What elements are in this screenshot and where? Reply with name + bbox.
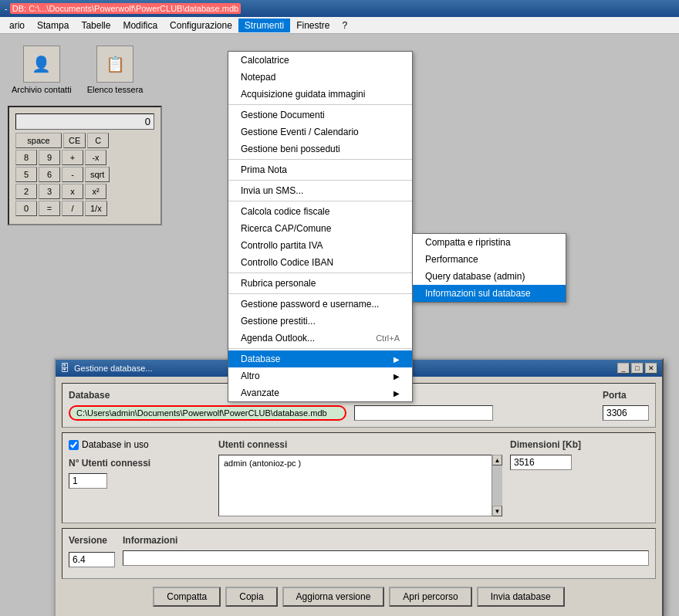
calc-btn-9[interactable]: 9 (39, 150, 60, 165)
sep-3 (228, 180, 412, 181)
versione-col: Versione (69, 535, 115, 567)
menu-item-stampa[interactable]: Stampa (31, 19, 75, 32)
dimensioni-input[interactable] (510, 455, 572, 470)
menu-prima-nota[interactable]: Prima Nota (228, 161, 412, 178)
dialog-close-btn[interactable]: ✕ (645, 363, 657, 374)
dialog-window-buttons: _ □ ✕ (617, 363, 657, 374)
calc-btn-equals[interactable]: = (39, 201, 60, 216)
calc-btn-3[interactable]: 3 (39, 184, 60, 199)
menu-notepad[interactable]: Notepad (228, 69, 412, 86)
menu-rubrica[interactable]: Rubrica personale (228, 275, 412, 292)
dialog-icon: 🗄 (60, 363, 69, 374)
menu-calcolatrice[interactable]: Calcolatrice (228, 52, 412, 69)
calc-btn-6[interactable]: 6 (39, 167, 60, 182)
informazioni-input[interactable] (123, 550, 649, 566)
submenu-compatta[interactable]: Compatta e ripristina (413, 234, 566, 251)
menu-gestione-prestiti[interactable]: Gestione prestiti... (228, 313, 412, 330)
main-area: 👤 Archivio contatti 📋 Elenco tessera 0 s… (0, 34, 679, 616)
menu-item-strumenti[interactable]: Strumenti (238, 19, 290, 32)
icon-elenco-tessera[interactable]: 📋 Elenco tessera (87, 46, 144, 94)
menu-gestione-documenti[interactable]: Gestione Documenti (228, 107, 412, 124)
calc-row-4: 2 3 x x² (15, 184, 154, 199)
db-in-uso-label: Database in uso (82, 439, 149, 450)
submenu-performance[interactable]: Performance (413, 251, 566, 268)
calc-btn-plus[interactable]: + (62, 150, 83, 165)
calc-btn-xsq[interactable]: x² (85, 184, 106, 199)
calc-btn-minus[interactable]: - (62, 167, 83, 182)
db-in-uso-row: Database in uso (69, 439, 211, 450)
utenti-connessi-listbox[interactable]: admin (antonioz-pc ) (218, 455, 502, 516)
tessera-label: Elenco tessera (87, 85, 144, 94)
menu-codice-fiscale[interactable]: Calcola codice fiscale (228, 203, 412, 220)
calc-btn-space[interactable]: space (15, 133, 62, 148)
porta-field-area: Porta (603, 390, 649, 421)
menu-acquisizione[interactable]: Acquisizione guidata immagini (228, 86, 412, 103)
calc-btn-5[interactable]: 5 (15, 167, 37, 182)
calc-btn-ce[interactable]: CE (63, 133, 86, 148)
menu-gestione-eventi[interactable]: Gestione Eventi / Calendario (228, 124, 412, 140)
invia-database-btn[interactable]: Invia database (477, 587, 565, 607)
calc-btn-mult[interactable]: x (62, 184, 83, 199)
scroll-down-btn[interactable]: ▼ (492, 506, 502, 516)
menu-codice-iban[interactable]: Controllo Codice IBAN (228, 254, 412, 271)
copia-btn[interactable]: Copia (225, 587, 277, 607)
listbox-container: admin (antonioz-pc ) ▲ ▼ (218, 455, 502, 516)
calc-btn-0[interactable]: 0 (15, 201, 37, 216)
menu-item-ario[interactable]: ario (3, 19, 31, 32)
left-col: Database in uso N° Utenti connessi (69, 439, 211, 516)
listbox-scrollbar: ▲ ▼ (492, 455, 502, 516)
listbox-item-admin: admin (antonioz-pc ) (221, 457, 489, 469)
dialog-content: Database C:\Users\admin\Documents\Powerw… (56, 377, 662, 616)
apri-percorso-btn[interactable]: Apri percorso (389, 587, 471, 607)
calc-btn-div[interactable]: / (62, 201, 83, 216)
menu-altro[interactable]: Altro ▶ (228, 367, 412, 384)
versione-input[interactable] (69, 552, 115, 567)
menu-gestione-password[interactable]: Gestione password e username... (228, 296, 412, 313)
submenu-query[interactable]: Query database (admin) (413, 268, 566, 285)
strumenti-dropdown: Calcolatrice Notepad Acquisizione guidat… (228, 51, 413, 402)
two-col-layout: Database in uso N° Utenti connessi Utent… (69, 439, 649, 516)
n-utenti-area: N° Utenti connessi (69, 458, 211, 489)
dialog-minimize-btn[interactable]: _ (617, 363, 630, 374)
calc-row-2: 8 9 + -x (15, 150, 154, 165)
calc-row-1: space CE C (15, 133, 154, 148)
menu-gestione-beni[interactable]: Gestione beni posseduti (228, 140, 412, 157)
title-bar: - DB: C:\...\Documents\Powerwolf\PowerCL… (0, 0, 679, 17)
n-utenti-input[interactable] (69, 473, 107, 489)
calc-display: 0 (15, 113, 154, 130)
porta-input[interactable] (603, 405, 649, 421)
menu-item-help[interactable]: ? (336, 19, 354, 32)
icon-archivio-contatti[interactable]: 👤 Archivio contatti (12, 46, 72, 94)
calc-btn-negx[interactable]: -x (85, 150, 106, 165)
scroll-up-btn[interactable]: ▲ (492, 455, 502, 465)
sep-4 (228, 201, 412, 201)
calc-btn-c[interactable]: C (87, 133, 109, 148)
calc-btn-inv[interactable]: 1/x (85, 201, 107, 216)
menu-cap-comune[interactable]: Ricerca CAP/Comune (228, 220, 412, 237)
sep-5 (228, 272, 412, 273)
menu-database[interactable]: Database ▶ (228, 350, 412, 367)
submenu-informazioni[interactable]: Informazioni sul database (413, 285, 566, 302)
calculator: 0 space CE C 8 9 + -x 5 6 - sqrt 2 3 x x… (8, 106, 162, 225)
compatta-btn[interactable]: Compatta (153, 587, 221, 607)
menu-agenda-outlook[interactable]: Agenda Outlook... Ctrl+A (228, 330, 412, 347)
db-path-input[interactable]: C:\Users\admin\Documents\Powerwolf\Power… (69, 405, 346, 421)
menu-avanzate[interactable]: Avanzate ▶ (228, 384, 412, 401)
menu-invia-sms[interactable]: Invia un SMS... (228, 182, 412, 199)
dimensioni-area: Dimensioni [Kb] (510, 439, 649, 516)
menu-item-tabelle[interactable]: Tabelle (75, 19, 117, 32)
menu-item-modifica[interactable]: Modifica (117, 19, 164, 32)
menu-partita-iva[interactable]: Controllo partita IVA (228, 237, 412, 254)
calc-btn-8[interactable]: 8 (15, 150, 37, 165)
aggiorna-versione-btn[interactable]: Aggiorna versione (282, 587, 385, 607)
dialog-maximize-btn[interactable]: □ (631, 363, 644, 374)
server-input[interactable] (354, 405, 493, 421)
dialog-bottom-buttons: Compatta Copia Aggiorna versione Apri pe… (62, 584, 656, 610)
tessera-icon: 📋 (96, 46, 133, 83)
calc-btn-sqrt[interactable]: sqrt (85, 167, 110, 182)
db-in-uso-checkbox[interactable] (69, 440, 79, 450)
calc-btn-2[interactable]: 2 (15, 184, 37, 199)
menu-item-configurazione[interactable]: Configurazione (164, 19, 238, 32)
informazioni-col: Informazioni (123, 535, 649, 566)
menu-item-finestre[interactable]: Finestre (290, 19, 336, 32)
